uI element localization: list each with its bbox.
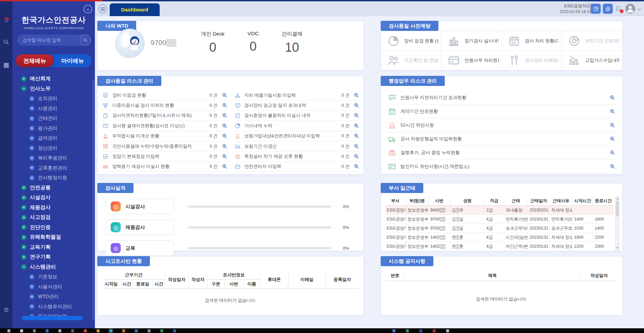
taskbar-app-icon[interactable] <box>446 329 449 332</box>
risk-item[interactable]: 압력용기 재검사 미실시 현황 0 건 <box>102 162 228 172</box>
table-row[interactable]: ESG경영처정보운영부9400▒▒김▒주2급국내출장20230201차세대 정보 <box>385 206 613 215</box>
admin-risk-item[interactable]: 질병휴가, 공사 증빙 누락현황 <box>388 146 617 160</box>
prevention-item[interactable]: 지도확인 및 면담현황 <box>381 51 441 70</box>
sidebar-item[interactable]: − 인사노무 <box>12 84 95 94</box>
table-row[interactable]: ESG경영처정보운영부9700▒▒김▒일4급연차휴가(반일)20230131연차… <box>385 215 613 224</box>
zoom-button[interactable] <box>222 133 228 139</box>
taskbar-app-icon[interactable] <box>84 329 87 332</box>
risk-item[interactable]: 다중이용시설 검사 미처리 현황 0 건 <box>102 100 228 110</box>
expand-icon[interactable]: + <box>21 185 26 190</box>
sidebar-item[interactable]: + 근태관리 <box>12 113 95 124</box>
rail-menu-grid-icon[interactable] <box>0 62 12 68</box>
expand-icon[interactable]: + <box>21 244 26 250</box>
collapse-icon[interactable]: − <box>21 264 26 270</box>
sidebar-item[interactable]: + 사용자관리 <box>12 282 95 292</box>
collapse-icon[interactable]: − <box>21 86 26 91</box>
risk-item[interactable]: 검사증명서 불용처리 미실시 내역 0 건 <box>234 111 360 121</box>
wtd-stat[interactable]: 간이결재 10 <box>282 31 303 55</box>
risk-item[interactable]: 정압기 분해점검 미입력 0 건 <box>102 151 228 161</box>
expand-icon[interactable]: + <box>29 116 35 121</box>
taskbar-app-icon[interactable] <box>148 329 151 332</box>
sidebar-item[interactable]: + 진단인증 <box>12 223 95 233</box>
zoom-button[interactable] <box>609 163 615 170</box>
expand-icon[interactable]: + <box>29 145 35 151</box>
expand-icon[interactable]: + <box>29 274 35 280</box>
zoom-button[interactable] <box>609 108 615 115</box>
sidebar-item[interactable]: + 사원관리 <box>12 104 95 114</box>
zoom-button[interactable] <box>354 102 360 108</box>
risk-item[interactable]: 검사지연처리현황(7일이내,사유시 제외) 0 건 <box>102 111 228 121</box>
expand-icon[interactable]: + <box>29 136 35 141</box>
sidebar-item[interactable]: + 예산회계 <box>12 74 95 84</box>
prevention-item[interactable]: 고압가스수입내역 <box>562 51 622 70</box>
attendance-vertical-scrollbar[interactable] <box>615 196 620 250</box>
expand-icon[interactable]: + <box>21 76 26 82</box>
risk-item[interactable]: 보험가입대상&안전관리자대상 미입력 0 건 <box>234 131 360 141</box>
expand-icon[interactable]: + <box>29 106 35 111</box>
sidebar-item[interactable]: − 시스템관리 <box>12 262 95 272</box>
zoom-button[interactable] <box>354 92 360 98</box>
table-row[interactable]: ESG경영처정보운영부1402▒▒한▒훈4급연차휴가20230202연차휴가 <box>385 251 613 252</box>
sidebar-item[interactable]: + 연구기획 <box>12 252 95 262</box>
tab-my-menu[interactable]: 마이메뉴 <box>54 54 92 67</box>
zoom-button[interactable] <box>354 133 360 139</box>
expand-icon[interactable]: + <box>29 175 35 181</box>
admin-risk-item[interactable]: 공사 차량운행실적 미입력현황 <box>388 132 617 146</box>
chevron-down-icon[interactable] <box>637 7 642 12</box>
taskbar-app-icon[interactable] <box>97 329 100 332</box>
sidebar-item[interactable]: + 기준정보 <box>12 272 95 282</box>
expand-icon[interactable]: + <box>21 215 26 220</box>
risk-item[interactable]: 검사원 결재지연현황(검사표 미상신) 0 건 <box>102 121 228 131</box>
prevention-item[interactable]: 장비 점검 현황 (분기) <box>381 31 441 51</box>
sidebar-vertical-scrollbar[interactable] <box>92 79 95 320</box>
zoom-button[interactable] <box>354 123 360 129</box>
expand-icon[interactable]: + <box>29 96 35 101</box>
risk-item[interactable]: 가스내역 누락 0 건 <box>234 121 360 131</box>
open-new-window-button[interactable] <box>591 4 601 14</box>
notification-bell-icon[interactable] <box>614 5 623 13</box>
taskbar-app-icon[interactable] <box>392 329 395 332</box>
perf-category-button[interactable]: ◎ 시설검사 <box>106 199 174 214</box>
sidebar-item[interactable]: + 사고점검 <box>12 212 95 223</box>
sidebar-item[interactable]: + 유해화학물질 <box>12 232 95 242</box>
table-row[interactable]: ESG경영처정보운영부1402▒▒한▒훈4급야간근무(본)20230131차세대… <box>385 242 613 251</box>
zoom-button[interactable] <box>354 163 360 170</box>
sidebar-item[interactable]: + 정산관리 <box>12 143 95 153</box>
prevention-item[interactable]: 검사 처리 현황(다중... <box>502 31 562 51</box>
expand-icon[interactable]: + <box>21 195 26 200</box>
expand-icon[interactable]: + <box>29 165 35 171</box>
zoom-button[interactable] <box>609 149 615 156</box>
settings-gear-icon[interactable]: ⚙ <box>0 306 12 314</box>
risk-item[interactable]: 지하 매몰기밀시험 미입력 0 건 <box>234 90 360 100</box>
avatar[interactable] <box>625 4 635 14</box>
scroll-down-arrow-icon[interactable] <box>616 247 619 249</box>
taskbar-app-icon[interactable] <box>135 329 138 332</box>
zoom-button[interactable] <box>222 123 228 129</box>
tab-dashboard[interactable]: Dashboard <box>110 3 160 16</box>
prevention-item[interactable]: 검사장비 미배정현황 <box>502 51 562 70</box>
sidebar-item[interactable]: + WTD관리 <box>12 292 95 302</box>
risk-item[interactable]: 각인사용결재 누락/수량누락/종류미일치 0 건 <box>102 141 228 151</box>
zoom-button[interactable] <box>222 163 228 170</box>
zoom-button[interactable] <box>222 143 228 149</box>
sidebar-item[interactable]: + 평가관리 <box>12 124 95 134</box>
expand-icon[interactable]: + <box>29 155 35 161</box>
taskbar-app-icon[interactable] <box>58 329 61 332</box>
sidebar-horizontal-scrollbar[interactable] <box>22 316 83 320</box>
zoom-button[interactable] <box>354 112 360 118</box>
zoom-button[interactable] <box>609 94 615 101</box>
taskbar-app-icon[interactable] <box>33 329 36 332</box>
admin-risk-item[interactable]: 52시간 위반사항 <box>388 118 617 132</box>
taskbar-app-icon[interactable] <box>109 329 112 332</box>
duplicate-window-button[interactable] <box>603 4 613 14</box>
perf-category-button[interactable]: ◎ 제품검사 <box>106 220 174 235</box>
risk-item[interactable]: 장비 미점검 현황 0 건 <box>102 90 228 100</box>
perf-category-button[interactable]: ◎ 교육 <box>106 240 174 256</box>
taskbar-app-icon[interactable] <box>122 329 125 332</box>
taskbar-app-icon[interactable] <box>173 329 176 332</box>
zoom-button[interactable] <box>609 122 615 129</box>
zoom-button[interactable] <box>354 143 360 149</box>
expand-icon[interactable]: + <box>21 254 26 260</box>
table-row[interactable]: ESG경영처정보운영부9700▒▒김▒일4급초과근무대체20230131초과근무… <box>385 224 613 233</box>
scroll-up-arrow-icon[interactable] <box>616 198 619 199</box>
